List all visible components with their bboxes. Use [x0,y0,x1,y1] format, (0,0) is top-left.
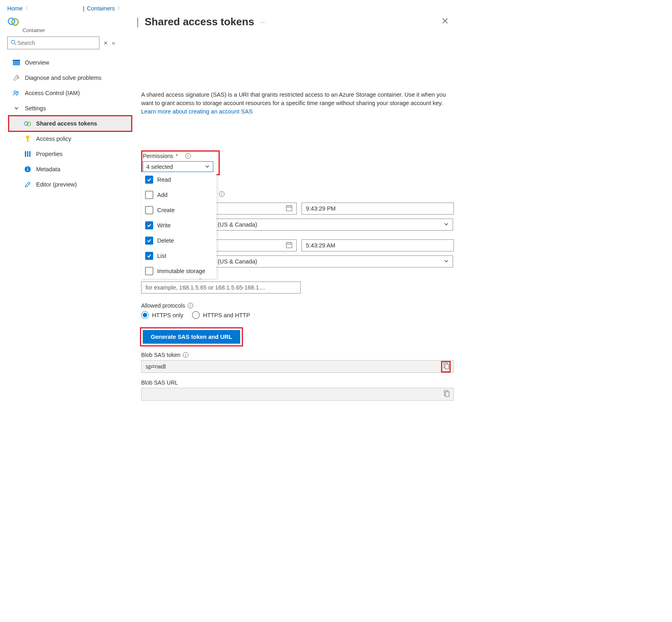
sas-token-output[interactable]: sp=rwdl [141,360,454,373]
calendar-icon [286,205,292,213]
nav-label: Diagnose and solve problems [25,75,101,81]
svg-rect-30 [445,392,449,397]
breadcrumb-containers[interactable]: Containers [87,5,115,12]
nav-shared-access-tokens[interactable]: Shared access tokens [9,116,132,131]
nav-editor[interactable]: Editor (preview) [9,177,132,192]
nav-settings-group[interactable]: Settings [7,101,132,116]
nav-access-policy[interactable]: Access policy [9,131,132,146]
wrench-icon [13,74,20,81]
info-icon[interactable]: i [183,352,188,358]
placeholder-text: for example, 168.1.5.65 or 168.1.5.65-16… [146,284,265,291]
svg-point-6 [14,91,16,93]
sas-url-output[interactable] [141,388,454,401]
perm-option-delete[interactable]: Delete [141,233,217,248]
start-time-input[interactable]: 9:43:29 PM [302,203,454,215]
info-icon [24,166,31,173]
option-label: Delete [157,237,174,244]
key-icon [24,135,31,142]
nav-label: Editor (preview) [36,181,77,188]
search-input[interactable] [16,39,96,47]
permissions-label: Permissions [143,153,173,159]
svg-point-10 [26,136,29,139]
radio-label: HTTPS and HTTP [203,312,250,318]
nav-properties[interactable]: Properties [9,146,132,162]
svg-rect-17 [27,169,28,171]
container-icon [7,16,20,28]
generate-sas-button[interactable]: Generate SAS token and URL [143,330,240,344]
svg-rect-15 [29,151,30,157]
people-icon [13,89,20,97]
checkbox-icon [145,252,153,260]
time-value: 5:43:29 AM [306,242,335,249]
sas-url-label: Blob SAS URL [141,379,178,386]
allowed-protocols-label: Allowed protocols [141,302,185,309]
allowed-ip-input[interactable]: for example, 168.1.5.65 or 168.1.5.65-16… [141,282,301,294]
radio-label: HTTPS only [152,312,183,318]
svg-point-7 [17,91,18,93]
overview-icon [13,59,20,66]
nav-label: Shared access tokens [36,120,97,127]
radio-https-only[interactable]: HTTPS only [141,311,183,319]
title-separator: | [136,16,139,28]
intro-text: A shared access signature (SAS) is a URI… [141,91,454,116]
info-icon[interactable]: i [188,303,193,308]
permissions-dropdown[interactable]: 4 selected [143,161,213,172]
page-title: Shared access tokens [145,16,254,28]
svg-rect-28 [445,364,449,369]
perm-option-add[interactable]: Add [141,187,217,203]
pencil-icon [24,181,31,188]
more-actions-icon[interactable]: ··· [260,19,267,25]
sas-token-label: Blob SAS token [141,352,180,358]
properties-icon [24,150,31,158]
info-icon[interactable]: i [185,153,191,159]
collapse-sidebar-icon[interactable]: « [112,40,115,46]
timezone-value: (US & Canada) [218,221,257,228]
main-content: A shared access signature (SAS) is a URI… [132,36,454,401]
svg-rect-18 [27,168,28,168]
svg-line-3 [14,43,16,45]
generate-button-highlight: Generate SAS token and URL [141,328,242,345]
option-label: Create [157,207,175,213]
close-icon[interactable] [440,16,450,28]
sidebar: ✕ « Overview Diagnose and solve problems… [7,36,132,401]
nav-iam[interactable]: Access Control (IAM) [7,85,132,101]
nav-label: Metadata [36,166,60,172]
learn-more-link[interactable]: Learn more about creating an account SAS [141,108,253,115]
breadcrumb-home[interactable]: Home [7,5,23,12]
chevron-down-icon [444,258,449,265]
radio-icon [141,311,149,319]
chevron-down-icon [205,164,210,170]
option-label: Read [157,176,171,183]
chevron-down-icon [444,221,449,228]
copy-icon[interactable] [443,365,449,371]
nav-diagnose[interactable]: Diagnose and solve problems [7,70,132,85]
checkbox-icon [145,267,153,275]
search-icon [11,40,16,47]
svg-rect-13 [25,151,26,157]
search-input-wrapper[interactable] [7,36,99,49]
nav-label: Access policy [36,136,71,142]
perm-option-immutable[interactable]: Immutable storage [141,263,217,279]
end-time-input[interactable]: 5:43:29 AM [302,239,454,251]
nav-label: Access Control (IAM) [25,90,80,96]
perm-option-create[interactable]: Create [141,203,217,218]
clear-search-icon[interactable]: ✕ [103,40,108,46]
nav-label: Settings [25,105,46,111]
perm-option-read[interactable]: Read [141,172,217,187]
checkbox-icon [145,237,153,245]
checkbox-icon [145,176,153,184]
checkbox-icon [145,221,153,229]
info-icon[interactable]: i [219,191,225,197]
token-icon [24,120,31,127]
perm-option-list[interactable]: List [141,248,217,263]
sas-token-value: sp=rwdl [146,363,166,370]
svg-rect-19 [286,206,292,211]
chevron-right-icon: 〉 [25,5,30,12]
copy-icon[interactable] [443,390,449,399]
radio-https-and-http[interactable]: HTTPS and HTTP [192,311,250,319]
svg-rect-14 [27,151,28,157]
nav-label: Overview [25,59,49,66]
nav-metadata[interactable]: Metadata [9,162,132,177]
nav-overview[interactable]: Overview [7,55,132,70]
perm-option-write[interactable]: Write [141,218,217,233]
